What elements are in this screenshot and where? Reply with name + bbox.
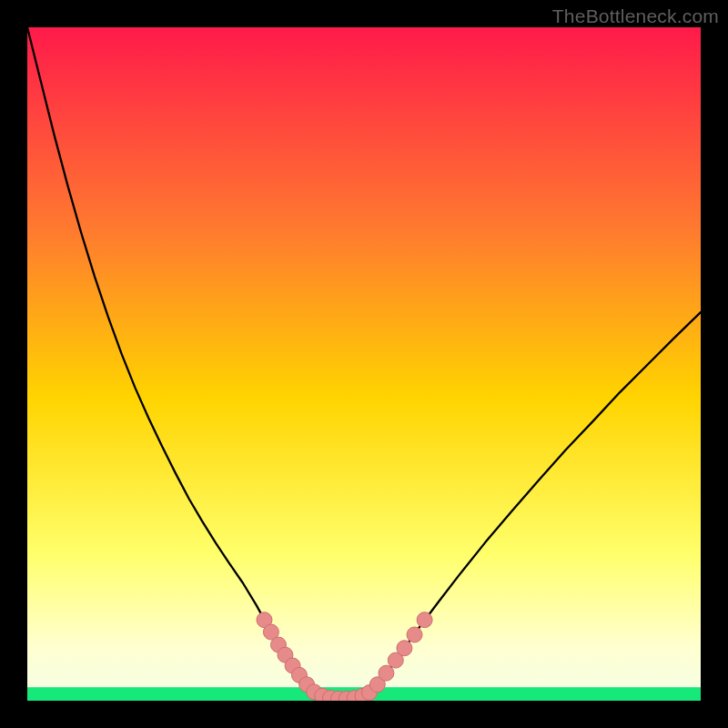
curve-marker [417, 612, 432, 628]
curve-marker [397, 641, 412, 656]
gradient-background [27, 27, 701, 701]
curve-marker [379, 665, 394, 681]
curve-marker [407, 627, 422, 642]
plot-area [27, 27, 701, 701]
chart-svg [27, 27, 701, 701]
chart-stage: TheBottleneck.com [0, 0, 728, 728]
watermark-text: TheBottleneck.com [552, 5, 719, 27]
